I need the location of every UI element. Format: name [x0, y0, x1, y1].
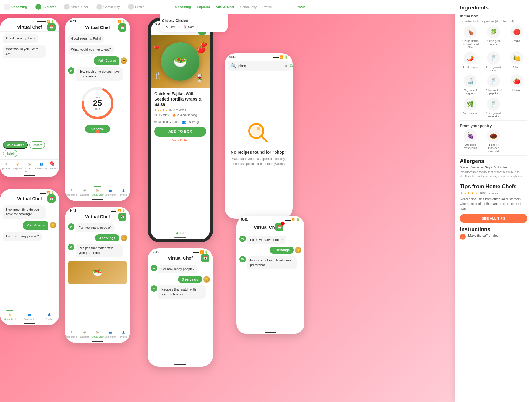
- cancel-search-button[interactable]: Cancel: [290, 64, 293, 68]
- phone4-header: Virtual Chef 📅: [0, 195, 59, 203]
- phone4-q2: For how many people?: [3, 232, 42, 241]
- divider2: [460, 155, 527, 156]
- phone5-chat: W For how many people? 3 servings 😊 W Re…: [65, 221, 130, 328]
- ing-coriander-label: 5g coriander: [463, 112, 478, 115]
- phone8-chat: W For how many people? 3 servings 😊 W Re…: [236, 233, 304, 330]
- card-button[interactable]: 🃏 Card: [180, 24, 198, 30]
- phone5-servings-btn[interactable]: 3 servings: [95, 234, 119, 241]
- phone1-virtual-chef: ▬▬▬ 📶 🔋 Virtual Chef 📅 Good evening, Hie…: [0, 18, 59, 177]
- nav2-community[interactable]: Community: [237, 0, 259, 14]
- phone5-home-bar: [92, 341, 103, 342]
- filter-button[interactable]: ⚗ Filter: [162, 24, 179, 30]
- nav2-profile[interactable]: 👤 Profile: [117, 187, 130, 197]
- phone4-calendar[interactable]: 📅: [47, 194, 56, 203]
- phone1-calendar-icon[interactable]: 📅: [47, 23, 56, 31]
- phone2-greeting: Good evening, Polly!: [68, 34, 104, 43]
- nav2-explorer[interactable]: 🧭 Explorer: [78, 187, 91, 197]
- nav4-vc[interactable]: 👨‍🍳 Virtual Chef: [0, 311, 20, 321]
- phone7-search-bar[interactable]: 🔍 ✕ Cancel: [228, 61, 290, 71]
- nav2-upcoming[interactable]: Upcoming: [172, 0, 194, 14]
- nav-explorer-label[interactable]: Explorer: [43, 5, 56, 9]
- phone2-home-bar: [92, 199, 103, 200]
- nav4-community[interactable]: 👥 Community: [20, 311, 40, 321]
- see-all-tips-button[interactable]: SEE ALL TIPS: [460, 214, 527, 223]
- add-to-box-button[interactable]: ADD TO BOX: [154, 127, 206, 137]
- nav-profile-tab[interactable]: Profile: [124, 0, 148, 14]
- ing-red-label: 1 red o...: [512, 40, 522, 43]
- chip-desert[interactable]: Desert: [29, 141, 45, 149]
- phone6-servings-btn[interactable]: 3 servings: [178, 276, 202, 283]
- allergens-title: Allergens: [460, 158, 527, 164]
- ing-yogurt-label: 80g natural yoghurtt: [460, 89, 481, 95]
- nav2-upcoming[interactable]: 🗓 Upcoming: [65, 187, 78, 197]
- ing-lim-label: 1 lim...: [513, 66, 521, 69]
- ing-cranberries: 🍇 30g dried cranberries: [460, 129, 481, 153]
- ingredients-row1: 🍗 1 large British chicken breast fillet …: [460, 25, 527, 49]
- nav4-profile[interactable]: 👤 Profile: [39, 311, 59, 321]
- nav2-upcoming-label: Upcoming: [175, 5, 191, 9]
- ing-pepper-label: 1 red pepper: [463, 66, 478, 69]
- nav5-profile[interactable]: 👤 Profile: [117, 329, 130, 339]
- phone2-bot-avatar: W: [68, 67, 74, 74]
- phone2-calendar-icon[interactable]: 📅: [118, 23, 126, 32]
- nav5-upcoming[interactable]: 🗓 Upcoming: [65, 329, 78, 339]
- nav1-explorer[interactable]: 🧭 Explorer: [12, 161, 24, 173]
- timer-handle: [96, 130, 99, 133]
- chip-main-course[interactable]: Main Course: [3, 141, 28, 149]
- phone5-title: Virtual Chef: [85, 214, 110, 219]
- nav5-community[interactable]: 👥 Community: [104, 329, 117, 339]
- ing-pepper: 🌶️ 1 red pepper: [460, 51, 481, 72]
- chip-salad[interactable]: Salad: [3, 150, 17, 157]
- nav3-profile[interactable]: Profile: [292, 0, 308, 14]
- phone8-badge: 1: [281, 222, 285, 226]
- phone5-servings: 9:41 ▬▬ 📶 🔋 Virtual Chef 📅 W For how man…: [65, 207, 130, 343]
- nav2-explorer[interactable]: Explorer: [194, 0, 213, 14]
- nav5-vc[interactable]: 👨‍🍳 Virtual Chef: [91, 329, 104, 339]
- phone6-header: Virtual Chef 📅: [148, 254, 213, 262]
- nav-explorer-tab[interactable]: Explorer: [31, 0, 60, 14]
- ing-coriander: 🌿 5g coriander: [460, 98, 481, 118]
- nav2-virtual-chef[interactable]: Virtual Chef: [213, 0, 237, 14]
- phone5-recipe-preview[interactable]: 🥗: [68, 261, 127, 284]
- nav5-explorer[interactable]: 🧭 Explorer: [78, 329, 91, 339]
- phone2-timer: 9:41 ▬▬ 📶 🔋 Virtual Chef 📅 Good evening,…: [65, 18, 130, 201]
- phone2-timer-circle[interactable]: MAX 25 mins: [80, 85, 115, 121]
- phone6-calendar[interactable]: 📅: [201, 254, 209, 262]
- phone4-avatar: 😊: [50, 222, 56, 228]
- phone8-question: For how many people?: [247, 236, 286, 244]
- nav1-upcoming[interactable]: 🗓 Upcoming: [0, 161, 12, 173]
- phone1-home-bar: [24, 175, 35, 176]
- phone6-status: 9:41 ▬▬ 📶 🔋: [148, 248, 213, 254]
- phone5-calendar[interactable]: 📅: [118, 213, 126, 221]
- clear-search-icon[interactable]: ✕: [284, 64, 288, 68]
- phone8-calendar[interactable]: 📅 1: [275, 223, 283, 231]
- phone8-servings-btn[interactable]: 3 servings: [270, 247, 294, 254]
- nav1-virtual-chef[interactable]: 👨‍🍳 Virtual Chef: [24, 161, 35, 173]
- nav-profile-label: Profile: [135, 5, 144, 9]
- nav2-profile[interactable]: Profile: [259, 0, 275, 14]
- svg-point-5: [257, 127, 260, 130]
- nav1-community[interactable]: 👥 Community: [35, 161, 47, 173]
- search-input[interactable]: [238, 64, 283, 68]
- phone6-avatar: 😊: [203, 276, 210, 283]
- phone1-greeting: Good evening, Hieu!: [3, 34, 38, 43]
- nav2-virtual-chef[interactable]: 👨‍🍳 Virtual Chef: [91, 187, 104, 197]
- phone8-header: Virtual Chef 📅 1: [236, 222, 304, 233]
- nav-upcoming-1[interactable]: Upcoming: [11, 5, 27, 9]
- svg-point-3: [251, 126, 262, 136]
- phone2-bottom-nav: 🗓 Upcoming 🧭 Explorer 👨‍🍳 Virtual Chef 👥…: [65, 186, 130, 197]
- nav-virtual-chef-tab[interactable]: Virtual Chef: [60, 0, 92, 14]
- ing-lim: 🍋 1 lim...: [506, 51, 527, 72]
- nav2-community[interactable]: 👥 Community: [104, 187, 117, 197]
- phone5-header: Virtual Chef 📅: [65, 213, 130, 221]
- phone2-bot-row: W How much time do you have for cooking?: [68, 67, 127, 81]
- no-result-illustration: [247, 121, 270, 145]
- ing-paprika: 🧂 2 tsp smoked paprika: [483, 74, 504, 95]
- nav-community-tab[interactable]: Community: [92, 0, 124, 14]
- phone5-bottom-nav: 🗓 Upcoming 🧭 Explorer 👨‍🍳 Virtual Chef 👥…: [65, 328, 130, 339]
- view-detail-link[interactable]: View Detail: [154, 138, 206, 142]
- ingredients-title: Ingredients: [460, 5, 527, 11]
- meta-cuisine: 🍽 Mexico Cuisine: [154, 120, 179, 124]
- ingredients-row3: 🍶 80g natural yoghurtt 🧂 2 tsp smoked pa…: [460, 74, 527, 95]
- nav1-profile[interactable]: 👤 2 Profile: [47, 161, 59, 173]
